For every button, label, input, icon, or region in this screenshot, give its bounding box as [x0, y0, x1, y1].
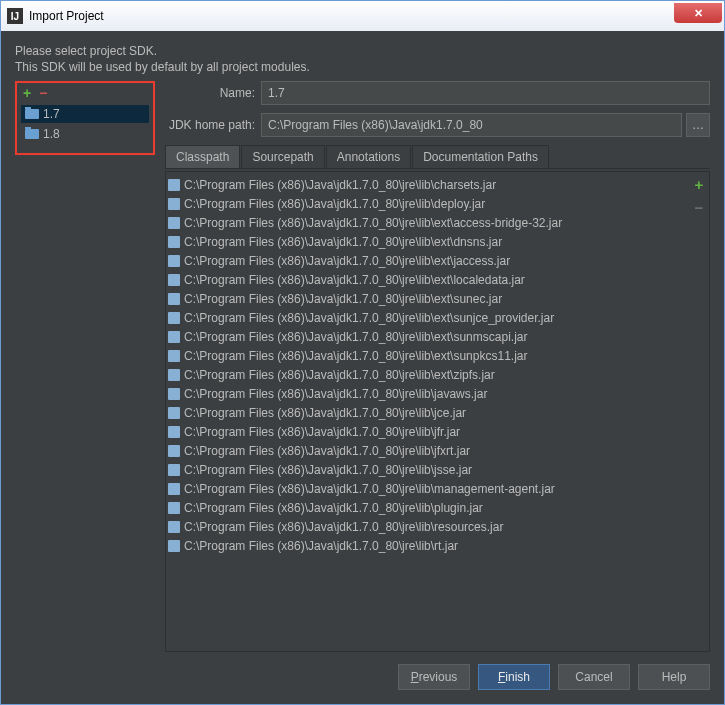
jar-icon — [168, 369, 180, 381]
classpath-path: C:\Program Files (x86)\Java\jdk1.7.0_80\… — [184, 520, 503, 534]
classpath-row[interactable]: C:\Program Files (x86)\Java\jdk1.7.0_80\… — [168, 403, 687, 422]
classpath-row[interactable]: C:\Program Files (x86)\Java\jdk1.7.0_80\… — [168, 251, 687, 270]
jar-icon — [168, 198, 180, 210]
maximize-button — [630, 3, 674, 23]
classpath-path: C:\Program Files (x86)\Java\jdk1.7.0_80\… — [184, 539, 458, 553]
home-path-input[interactable] — [261, 113, 682, 137]
intro-line-2: This SDK will be used by default by all … — [15, 59, 710, 75]
classpath-path: C:\Program Files (x86)\Java\jdk1.7.0_80\… — [184, 387, 487, 401]
classpath-path: C:\Program Files (x86)\Java\jdk1.7.0_80\… — [184, 311, 554, 325]
folder-icon — [25, 109, 39, 119]
classpath-path: C:\Program Files (x86)\Java\jdk1.7.0_80\… — [184, 197, 485, 211]
classpath-row[interactable]: C:\Program Files (x86)\Java\jdk1.7.0_80\… — [168, 289, 687, 308]
jar-icon — [168, 464, 180, 476]
sdk-list-panel: + − 1.71.8 — [15, 81, 155, 155]
classpath-side-toolbar: + − — [689, 172, 709, 651]
finish-button[interactable]: Finish — [478, 664, 550, 690]
dialog-footer: Previous Finish Cancel Help — [165, 652, 710, 694]
sdk-toolbar: + − — [21, 85, 149, 105]
classpath-path: C:\Program Files (x86)\Java\jdk1.7.0_80\… — [184, 178, 496, 192]
classpath-row[interactable]: C:\Program Files (x86)\Java\jdk1.7.0_80\… — [168, 175, 687, 194]
tab-sourcepath[interactable]: Sourcepath — [241, 145, 324, 168]
classpath-row[interactable]: C:\Program Files (x86)\Java\jdk1.7.0_80\… — [168, 308, 687, 327]
classpath-path: C:\Program Files (x86)\Java\jdk1.7.0_80\… — [184, 349, 527, 363]
previous-button[interactable]: Previous — [398, 664, 470, 690]
sdk-item-1.7[interactable]: 1.7 — [21, 105, 149, 123]
jar-icon — [168, 293, 180, 305]
classpath-row[interactable]: C:\Program Files (x86)\Java\jdk1.7.0_80\… — [168, 536, 687, 555]
jar-icon — [168, 540, 180, 552]
sdk-item-1.8[interactable]: 1.8 — [21, 125, 149, 143]
classpath-row[interactable]: C:\Program Files (x86)\Java\jdk1.7.0_80\… — [168, 460, 687, 479]
jar-icon — [168, 274, 180, 286]
classpath-path: C:\Program Files (x86)\Java\jdk1.7.0_80\… — [184, 425, 460, 439]
classpath-list-area: C:\Program Files (x86)\Java\jdk1.7.0_80\… — [165, 171, 710, 652]
classpath-path: C:\Program Files (x86)\Java\jdk1.7.0_80\… — [184, 216, 562, 230]
dialog-import-project: IJ Import Project ✕ Please select projec… — [0, 0, 725, 705]
help-button[interactable]: Help — [638, 664, 710, 690]
jar-icon — [168, 521, 180, 533]
detail-tabs: ClasspathSourcepathAnnotationsDocumentat… — [165, 145, 710, 169]
classpath-row[interactable]: C:\Program Files (x86)\Java\jdk1.7.0_80\… — [168, 346, 687, 365]
content-area: Please select project SDK. This SDK will… — [1, 31, 724, 704]
jar-icon — [168, 255, 180, 267]
remove-sdk-button[interactable]: − — [39, 85, 47, 101]
classpath-path: C:\Program Files (x86)\Java\jdk1.7.0_80\… — [184, 292, 502, 306]
jar-icon — [168, 502, 180, 514]
sdk-detail-panel: Name: JDK home path: … ClasspathSourcepa… — [165, 81, 710, 694]
minimize-button — [586, 3, 630, 23]
name-label: Name: — [165, 86, 261, 100]
jar-icon — [168, 407, 180, 419]
jar-icon — [168, 312, 180, 324]
jar-icon — [168, 331, 180, 343]
classpath-path: C:\Program Files (x86)\Java\jdk1.7.0_80\… — [184, 273, 525, 287]
classpath-row[interactable]: C:\Program Files (x86)\Java\jdk1.7.0_80\… — [168, 327, 687, 346]
classpath-row[interactable]: C:\Program Files (x86)\Java\jdk1.7.0_80\… — [168, 194, 687, 213]
window-title: Import Project — [29, 9, 586, 23]
home-path-label: JDK home path: — [165, 118, 261, 132]
classpath-row[interactable]: C:\Program Files (x86)\Java\jdk1.7.0_80\… — [168, 422, 687, 441]
jar-icon — [168, 445, 180, 457]
tab-documentation-paths[interactable]: Documentation Paths — [412, 145, 549, 168]
classpath-path: C:\Program Files (x86)\Java\jdk1.7.0_80\… — [184, 368, 495, 382]
classpath-path: C:\Program Files (x86)\Java\jdk1.7.0_80\… — [184, 406, 466, 420]
intro-line-1: Please select project SDK. — [15, 43, 710, 59]
jar-icon — [168, 388, 180, 400]
classpath-row[interactable]: C:\Program Files (x86)\Java\jdk1.7.0_80\… — [168, 441, 687, 460]
classpath-row[interactable]: C:\Program Files (x86)\Java\jdk1.7.0_80\… — [168, 213, 687, 232]
jar-icon — [168, 217, 180, 229]
classpath-path: C:\Program Files (x86)\Java\jdk1.7.0_80\… — [184, 501, 483, 515]
classpath-path: C:\Program Files (x86)\Java\jdk1.7.0_80\… — [184, 482, 555, 496]
add-sdk-button[interactable]: + — [23, 85, 31, 101]
classpath-path: C:\Program Files (x86)\Java\jdk1.7.0_80\… — [184, 254, 510, 268]
sdk-item-label: 1.7 — [43, 107, 60, 121]
app-icon: IJ — [7, 8, 23, 24]
tab-annotations[interactable]: Annotations — [326, 145, 411, 168]
folder-icon — [25, 129, 39, 139]
classpath-path: C:\Program Files (x86)\Java\jdk1.7.0_80\… — [184, 330, 527, 344]
classpath-row[interactable]: C:\Program Files (x86)\Java\jdk1.7.0_80\… — [168, 270, 687, 289]
classpath-row[interactable]: C:\Program Files (x86)\Java\jdk1.7.0_80\… — [168, 232, 687, 251]
cancel-button[interactable]: Cancel — [558, 664, 630, 690]
jar-icon — [168, 483, 180, 495]
jar-icon — [168, 350, 180, 362]
add-classpath-button[interactable]: + — [695, 176, 704, 193]
tab-classpath[interactable]: Classpath — [165, 145, 240, 168]
jar-icon — [168, 179, 180, 191]
titlebar[interactable]: IJ Import Project ✕ — [1, 1, 724, 31]
close-button[interactable]: ✕ — [674, 3, 722, 23]
classpath-row[interactable]: C:\Program Files (x86)\Java\jdk1.7.0_80\… — [168, 384, 687, 403]
classpath-row[interactable]: C:\Program Files (x86)\Java\jdk1.7.0_80\… — [168, 365, 687, 384]
classpath-row[interactable]: C:\Program Files (x86)\Java\jdk1.7.0_80\… — [168, 479, 687, 498]
jar-icon — [168, 426, 180, 438]
classpath-row[interactable]: C:\Program Files (x86)\Java\jdk1.7.0_80\… — [168, 498, 687, 517]
classpath-row[interactable]: C:\Program Files (x86)\Java\jdk1.7.0_80\… — [168, 517, 687, 536]
sdk-list[interactable]: 1.71.8 — [21, 105, 149, 143]
jar-icon — [168, 236, 180, 248]
classpath-path: C:\Program Files (x86)\Java\jdk1.7.0_80\… — [184, 444, 470, 458]
browse-button[interactable]: … — [686, 113, 710, 137]
name-input[interactable] — [261, 81, 710, 105]
classpath-path: C:\Program Files (x86)\Java\jdk1.7.0_80\… — [184, 463, 472, 477]
classpath-list[interactable]: C:\Program Files (x86)\Java\jdk1.7.0_80\… — [166, 172, 689, 651]
remove-classpath-button[interactable]: − — [695, 199, 704, 216]
